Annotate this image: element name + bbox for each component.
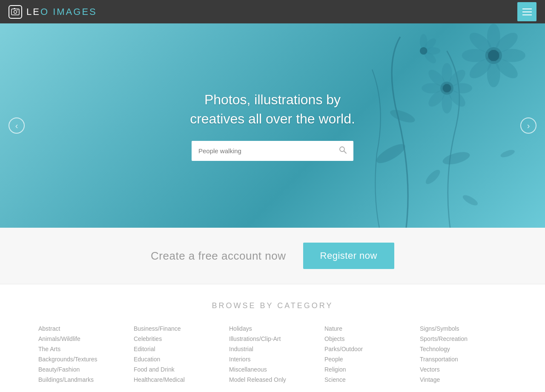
- svg-point-32: [424, 168, 442, 186]
- search-bar: [192, 141, 353, 161]
- search-button[interactable]: [332, 141, 353, 161]
- svg-rect-2: [14, 8, 15, 9]
- hamburger-line-2: [522, 11, 532, 12]
- logo-icon: [9, 5, 22, 19]
- cta-section: Create a free account now Register now: [0, 228, 545, 284]
- category-link[interactable]: Miscellaneous: [229, 366, 316, 373]
- category-link[interactable]: Nature: [324, 325, 411, 332]
- category-link[interactable]: Interiors: [229, 356, 316, 363]
- logo-accent: O: [40, 6, 49, 17]
- header: LEO IMAGES: [0, 0, 545, 23]
- category-link[interactable]: Editorial: [134, 346, 221, 352]
- category-link[interactable]: Technology: [420, 346, 507, 352]
- svg-point-34: [499, 149, 515, 159]
- hero-title: Photos, illustrations by creatives all o…: [145, 90, 400, 129]
- svg-point-33: [462, 193, 479, 207]
- category-link[interactable]: Business/Finance: [134, 325, 221, 332]
- category-link[interactable]: Abstract: [38, 325, 125, 332]
- carousel-prev-button[interactable]: ‹: [9, 117, 25, 134]
- register-button[interactable]: Register now: [303, 243, 394, 269]
- svg-point-3: [17, 9, 18, 10]
- category-link[interactable]: Backgrounds/Textures: [38, 356, 125, 363]
- category-link[interactable]: Industrial: [229, 346, 316, 352]
- category-link[interactable]: Buildings/Landmarks: [38, 376, 125, 383]
- search-input[interactable]: [192, 142, 332, 160]
- categories-grid: AbstractAnimals/WildlifeThe ArtsBackgrou…: [38, 325, 507, 383]
- category-link[interactable]: Transportation: [420, 356, 507, 363]
- flower-1: [462, 24, 525, 87]
- category-link[interactable]: Parks/Outdoor: [324, 346, 411, 352]
- svg-point-31: [420, 47, 427, 55]
- svg-line-36: [344, 151, 346, 153]
- category-link[interactable]: Celebrities: [134, 335, 221, 342]
- flower-3: [420, 34, 440, 65]
- flower-2: [422, 63, 472, 113]
- category-link[interactable]: Healthcare/Medical: [134, 376, 221, 383]
- category-column-1: Business/FinanceCelebritiesEditorialEduc…: [134, 325, 221, 383]
- svg-point-35: [340, 147, 344, 152]
- category-column-0: AbstractAnimals/WildlifeThe ArtsBackgrou…: [38, 325, 125, 383]
- categories-section: BROWSE BY CATEGORY AbstractAnimals/Wildl…: [0, 284, 545, 392]
- category-link[interactable]: Signs/Symbols: [420, 325, 507, 332]
- category-link[interactable]: Science: [324, 376, 411, 383]
- category-column-2: HolidaysIllustrations/Clip-ArtIndustrial…: [229, 325, 316, 383]
- hero-section: ‹ Photos, illustrations by creatives all…: [0, 23, 545, 228]
- carousel-next-button[interactable]: ›: [520, 117, 536, 134]
- category-link[interactable]: Holidays: [229, 325, 316, 332]
- category-link[interactable]: People: [324, 356, 411, 363]
- category-link[interactable]: Animals/Wildlife: [38, 335, 125, 342]
- category-column-3: NatureObjectsParks/OutdoorPeopleReligion…: [324, 325, 411, 383]
- category-link[interactable]: Beauty/Fashion: [38, 366, 125, 373]
- category-link[interactable]: Vintage: [420, 376, 507, 383]
- cta-text: Create a free account now: [151, 249, 286, 263]
- hamburger-line-3: [522, 14, 532, 15]
- menu-button[interactable]: [517, 2, 536, 21]
- categories-title: BROWSE BY CATEGORY: [9, 301, 536, 310]
- svg-point-16: [488, 50, 499, 61]
- category-link[interactable]: Food and Drink: [134, 366, 221, 373]
- category-link[interactable]: Sports/Recreation: [420, 335, 507, 342]
- category-link[interactable]: Illustrations/Clip-Art: [229, 335, 316, 342]
- category-link[interactable]: Education: [134, 356, 221, 363]
- category-link[interactable]: Vectors: [420, 366, 507, 373]
- svg-point-1: [14, 10, 17, 13]
- category-link[interactable]: Objects: [324, 335, 411, 342]
- logo-text: LEO IMAGES: [26, 6, 97, 17]
- category-column-4: Signs/SymbolsSports/RecreationTechnology…: [420, 325, 507, 383]
- hamburger-line-1: [522, 9, 532, 9]
- category-link[interactable]: Religion: [324, 366, 411, 373]
- svg-point-6: [442, 150, 471, 167]
- hero-content: Photos, illustrations by creatives all o…: [145, 90, 400, 161]
- logo-area: LEO IMAGES: [9, 5, 97, 19]
- category-link[interactable]: The Arts: [38, 346, 125, 352]
- category-link[interactable]: Model Released Only: [229, 376, 316, 383]
- svg-point-26: [443, 84, 451, 92]
